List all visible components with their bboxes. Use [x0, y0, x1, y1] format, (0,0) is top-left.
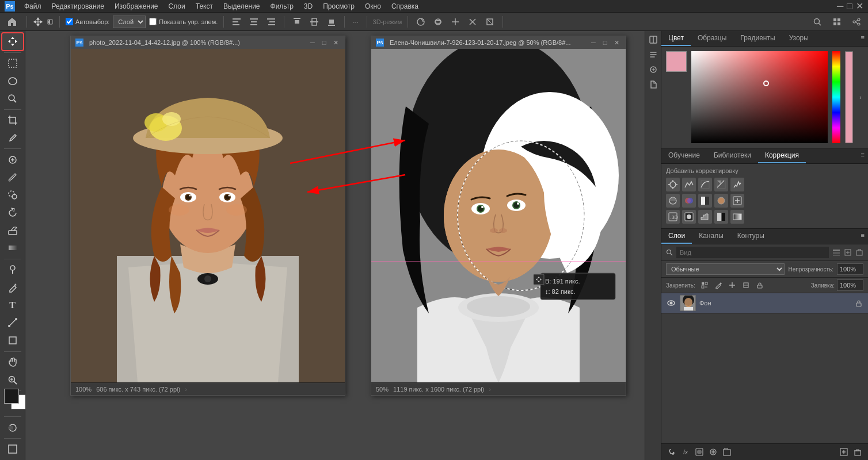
- color-gradient-picker[interactable]: [691, 51, 828, 143]
- home-button[interactable]: [3, 15, 21, 29]
- doc2-close[interactable]: ✕: [612, 38, 621, 47]
- layers-search-input[interactable]: [676, 247, 829, 258]
- tab-paths[interactable]: Контуры: [730, 229, 771, 244]
- heal-tool[interactable]: [2, 151, 23, 168]
- doc2-minimize[interactable]: ─: [589, 38, 598, 47]
- 3d-slide[interactable]: [466, 16, 479, 28]
- minimize-app[interactable]: ─: [837, 1, 843, 12]
- align-left-button[interactable]: [230, 16, 243, 28]
- history-brush-tool[interactable]: [2, 205, 23, 221]
- corr-posterize[interactable]: [698, 210, 712, 224]
- corr-vibrance[interactable]: [730, 178, 744, 191]
- hand-tool[interactable]: [2, 354, 23, 371]
- lock-position-btn[interactable]: [726, 279, 738, 291]
- fg-color-preview[interactable]: [666, 51, 687, 72]
- tab-swatches[interactable]: Образцы: [691, 31, 733, 46]
- corr-curves[interactable]: [698, 178, 712, 191]
- doc1-more[interactable]: ›: [185, 386, 187, 393]
- panel-right-arrow[interactable]: ›: [858, 51, 863, 143]
- crop-tool[interactable]: [2, 112, 23, 129]
- correction-panel-menu[interactable]: ≡: [858, 148, 868, 163]
- new-fill-layer-btn[interactable]: [707, 446, 719, 458]
- clone-tool[interactable]: [2, 187, 23, 204]
- quick-mask-tool[interactable]: [2, 419, 23, 436]
- corr-gradient-map[interactable]: [730, 210, 744, 224]
- opacity-strip[interactable]: [845, 51, 853, 143]
- rstrip-icon4[interactable]: [647, 78, 660, 91]
- color-panel-menu[interactable]: ≡: [858, 31, 868, 46]
- gradient-tool[interactable]: [2, 240, 23, 256]
- auto-select-checkbox[interactable]: Автовыбор:: [66, 18, 109, 25]
- link-layers-btn[interactable]: [666, 446, 677, 458]
- lock-all-btn[interactable]: [754, 279, 766, 291]
- menu-select[interactable]: Выделение: [219, 1, 265, 12]
- add-mask-btn[interactable]: [694, 446, 705, 458]
- corr-brightness[interactable]: [666, 178, 680, 191]
- corr-invert[interactable]: [682, 210, 696, 224]
- show-transform-checkbox[interactable]: Показать упр. элем.: [149, 18, 218, 25]
- new-layer-btn[interactable]: [838, 446, 850, 458]
- auto-select-input[interactable]: [66, 18, 73, 25]
- quick-select-tool[interactable]: [2, 90, 23, 107]
- layers-delete-icon[interactable]: [855, 248, 863, 256]
- share-button[interactable]: [848, 16, 865, 28]
- add-style-btn[interactable]: fx: [680, 446, 691, 458]
- layer-row-fon[interactable]: Фон: [661, 293, 868, 313]
- menu-window[interactable]: Окно: [360, 1, 386, 12]
- menu-view[interactable]: Просмотр: [318, 1, 359, 12]
- search-button[interactable]: [809, 16, 825, 28]
- path-selection-tool[interactable]: [2, 315, 23, 331]
- lock-brush-btn[interactable]: [713, 279, 724, 291]
- corr-exposure[interactable]: [714, 178, 728, 191]
- layer-select[interactable]: Слой: [113, 16, 146, 28]
- menu-filter[interactable]: Фильтр: [266, 1, 298, 12]
- fill-input[interactable]: [837, 279, 863, 291]
- delete-layer-btn[interactable]: [852, 446, 863, 458]
- tab-layers[interactable]: Слои: [661, 229, 692, 244]
- menu-layers[interactable]: Слои: [164, 1, 190, 12]
- corr-threshold[interactable]: [714, 210, 728, 224]
- tab-libraries[interactable]: Библиотеки: [707, 148, 758, 163]
- tab-training[interactable]: Обучение: [661, 148, 707, 163]
- align-right-button[interactable]: [264, 16, 278, 28]
- close-app[interactable]: ✕: [856, 1, 863, 12]
- lasso-tool[interactable]: [2, 72, 23, 89]
- doc2-more[interactable]: ›: [489, 386, 491, 393]
- menu-text[interactable]: Текст: [191, 1, 218, 12]
- corr-bw[interactable]: [698, 194, 712, 208]
- zoom-tool[interactable]: [2, 371, 23, 388]
- change-screen-mode[interactable]: [2, 441, 23, 458]
- doc1-close[interactable]: ✕: [331, 38, 340, 47]
- tab-channels[interactable]: Каналы: [692, 229, 730, 244]
- menu-image[interactable]: Изображение: [110, 1, 163, 12]
- marquee-tool[interactable]: [2, 55, 23, 72]
- menu-edit[interactable]: Редактирование: [47, 1, 109, 12]
- corr-channel-mixer[interactable]: [730, 194, 744, 208]
- layers-panel-menu[interactable]: ≡: [858, 229, 868, 244]
- tab-patterns[interactable]: Узоры: [782, 31, 816, 46]
- lock-artboard-btn[interactable]: [740, 279, 752, 291]
- corr-levels[interactable]: [682, 178, 696, 191]
- move-tool[interactable]: [2, 33, 23, 50]
- tab-correction[interactable]: Коррекция: [758, 148, 806, 163]
- pen-tool[interactable]: [2, 279, 23, 296]
- show-transform-input[interactable]: [149, 18, 157, 25]
- tab-color[interactable]: Цвет: [661, 31, 691, 46]
- eraser-tool[interactable]: [2, 222, 23, 239]
- layer-visibility-fon[interactable]: [666, 298, 676, 308]
- doc2-maximize[interactable]: □: [600, 38, 610, 47]
- brush-tool[interactable]: [2, 169, 23, 186]
- distribute-bot-button[interactable]: [325, 16, 338, 28]
- rstrip-icon2[interactable]: [647, 48, 660, 61]
- saturation-brightness-field[interactable]: [691, 51, 828, 143]
- corr-color-balance[interactable]: [682, 194, 696, 208]
- doc1-minimize[interactable]: ─: [308, 38, 317, 47]
- distribute-mid-button[interactable]: [307, 16, 321, 28]
- layout-button[interactable]: [829, 16, 845, 28]
- menu-file[interactable]: Файл: [20, 1, 46, 12]
- align-center-button[interactable]: [247, 16, 261, 28]
- more-options-button[interactable]: ···: [351, 17, 360, 26]
- text-tool[interactable]: T: [2, 297, 23, 313]
- doc1-maximize[interactable]: □: [319, 38, 329, 47]
- layers-new-icon[interactable]: [844, 248, 852, 256]
